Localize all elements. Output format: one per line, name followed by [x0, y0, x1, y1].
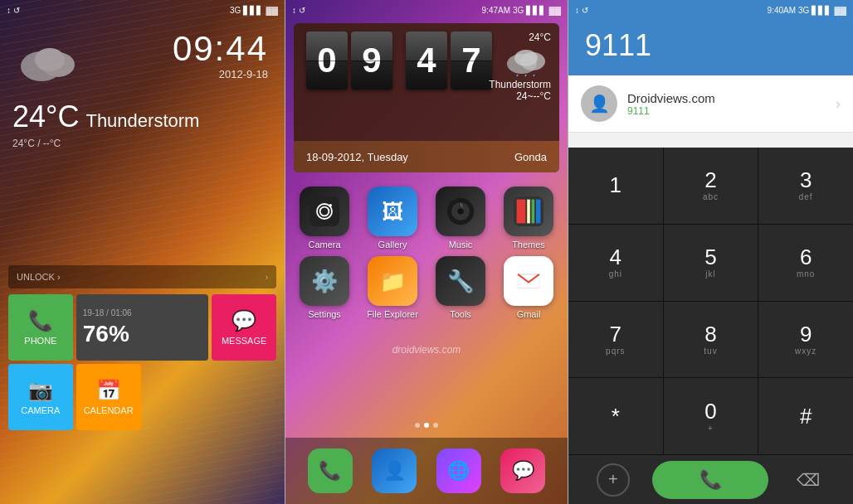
- themes-app-icon: [504, 187, 553, 236]
- plus-icon: +: [608, 470, 618, 489]
- key-1[interactable]: 1: [568, 148, 663, 224]
- flip-min-ones: 7: [451, 32, 492, 90]
- app-row-1: Camera 🖼 Gallery Music: [294, 187, 559, 250]
- gmail-app[interactable]: Gmail: [498, 256, 559, 319]
- key-9-digit: 9: [800, 323, 812, 345]
- tools-app[interactable]: 🔧 Tools: [430, 256, 491, 319]
- contact-name: Droidviews.com: [627, 91, 836, 105]
- unlock-bar[interactable]: UNLOCK › ›: [8, 265, 276, 288]
- key-0-letters: +: [708, 424, 714, 433]
- key-5[interactable]: 5 jkl: [664, 225, 758, 301]
- widget-weather: 24°C Thunderstorm 24~--°C: [489, 32, 551, 102]
- battery-icon: ▓▓: [266, 6, 278, 15]
- add-call-button[interactable]: +: [597, 463, 630, 497]
- key-star[interactable]: *: [568, 378, 663, 454]
- key-4-letters: ghi: [609, 269, 622, 279]
- dialed-number: 9111: [585, 28, 836, 63]
- themes-app[interactable]: Themes: [498, 187, 559, 250]
- key-8[interactable]: 8 tuv: [664, 302, 758, 378]
- widget-date-bar: 18-09-2012, Tuesday Gonda: [294, 141, 559, 172]
- backspace-button[interactable]: ⌫: [792, 463, 825, 497]
- refresh-icon-p2: ↺: [299, 6, 305, 15]
- camera-app-label: Camera: [308, 240, 340, 250]
- battery-percent: 76%: [83, 321, 129, 347]
- widget-weather-temp: 24°C: [489, 32, 551, 43]
- key-2[interactable]: 2 abc: [664, 148, 758, 224]
- time-p3: 9:40AM: [768, 6, 796, 15]
- unlock-label: UNLOCK ›: [17, 272, 61, 282]
- lock-screen-date: 2012-9-18: [219, 68, 268, 80]
- key-hash-digit: #: [800, 405, 812, 427]
- contact-suggestion[interactable]: 👤 Droidviews.com 9111 ›: [568, 75, 853, 133]
- key-8-letters: tuv: [704, 346, 717, 356]
- weather-info: 24°C Thunderstorm 24°C / --°C: [12, 99, 199, 149]
- tools-app-label: Tools: [450, 309, 471, 319]
- settings-app[interactable]: ⚙️ Settings: [294, 256, 355, 319]
- keypad-container: 1 2 abc 3 def 4 ghi 5 jkl 6 mno: [568, 148, 853, 454]
- gmail-app-icon: [504, 256, 553, 306]
- key-6-digit: 6: [800, 246, 812, 268]
- widget-date: 18-09-2012, Tuesday: [306, 151, 408, 163]
- status-right-panel2: 9:47AM 3G ▋▋▋ ▓▓: [482, 6, 561, 15]
- lock-screen-panel: ↕ ↺ 3G ▋▋▋ ▓▓ 09:44 2012-9-18 24°C Thund…: [0, 0, 285, 504]
- dialer-bottom-bar: + 📞 ⌫: [568, 454, 853, 504]
- sync-icon-p3: ↕: [575, 6, 579, 15]
- flip-hours: 0 9: [306, 32, 392, 90]
- weather-cloud-icon: [17, 41, 83, 83]
- calendar-tile[interactable]: 📅 CALENDAR: [76, 364, 141, 430]
- svg-point-12: [329, 204, 332, 207]
- widget-location: Gonda: [514, 151, 547, 163]
- sync-icon-p2: ↕: [292, 6, 296, 15]
- message-tile[interactable]: 💬 MESSAGE: [212, 294, 276, 361]
- key-4[interactable]: 4 ghi: [568, 225, 663, 301]
- key-9-letters: wxyz: [795, 346, 816, 356]
- key-7-letters: pqrs: [606, 346, 625, 356]
- widget-weather-desc: Thunderstorm: [489, 79, 551, 90]
- flip-hour-tens: 0: [306, 32, 348, 90]
- music-app[interactable]: Music: [430, 187, 491, 250]
- keypad: 1 2 abc 3 def 4 ghi 5 jkl 6 mno: [568, 148, 853, 454]
- key-2-letters: abc: [703, 192, 719, 201]
- key-0[interactable]: 0 +: [664, 378, 758, 454]
- key-9[interactable]: 9 wxyz: [758, 302, 853, 378]
- key-6[interactable]: 6 mno: [758, 225, 853, 301]
- music-app-icon: [436, 187, 485, 236]
- key-5-digit: 5: [704, 246, 716, 268]
- widget-weather-range: 24~--°C: [489, 90, 551, 102]
- tools-app-icon: 🔧: [436, 256, 485, 306]
- call-button[interactable]: 📞: [652, 461, 768, 499]
- dock-sms[interactable]: 💬: [500, 448, 545, 493]
- network-p2: 3G: [513, 6, 524, 15]
- key-3-digit: 3: [800, 169, 812, 191]
- gmail-app-label: Gmail: [517, 309, 541, 319]
- key-7[interactable]: 7 pqrs: [568, 302, 663, 378]
- battery-p3: ▓▓: [834, 6, 846, 15]
- key-3[interactable]: 3 def: [758, 148, 853, 224]
- contact-info: Droidviews.com 9111: [627, 91, 836, 117]
- status-left-panel2: ↕ ↺: [292, 6, 305, 15]
- calendar-label: CALENDAR: [84, 405, 134, 415]
- weather-description: Thunderstorm: [85, 110, 199, 132]
- message-label: MESSAGE: [222, 336, 266, 346]
- dock-bar: 📞 👤 🌐 💬: [285, 438, 568, 504]
- weather-temperature: 24°C: [12, 99, 79, 134]
- key-8-digit: 8: [704, 323, 716, 345]
- settings-app-icon: ⚙️: [300, 256, 349, 306]
- dock-browser[interactable]: 🌐: [436, 448, 481, 493]
- camera-app[interactable]: Camera: [294, 187, 355, 250]
- dialer-panel: ↕ ↺ 9:40AM 3G ▋▋▋ ▓▓ 9111 👤 Droidviews.c…: [568, 0, 853, 504]
- gallery-app[interactable]: 🖼 Gallery: [362, 187, 423, 250]
- dock-phone[interactable]: 📞: [308, 448, 353, 493]
- key-hash[interactable]: #: [758, 378, 853, 454]
- signal-p2: ▋▋▋: [526, 6, 546, 15]
- settings-app-label: Settings: [308, 309, 341, 319]
- svg-rect-17: [517, 200, 526, 224]
- files-tile[interactable]: 19-18 / 01:06 76%: [76, 294, 209, 361]
- dock-contacts[interactable]: 👤: [372, 448, 417, 493]
- status-left-icons: ↕ ↺: [7, 6, 20, 15]
- contact-avatar: 👤: [581, 85, 617, 122]
- camera-tile[interactable]: 📷 CAMERA: [8, 364, 73, 430]
- file-explorer-app[interactable]: 📁 File Explorer: [362, 256, 423, 319]
- phone-tile[interactable]: 📞 PHONE: [8, 294, 73, 361]
- clock-weather-widget: 0 9 4 7 24°C Thunderstorm: [294, 23, 559, 172]
